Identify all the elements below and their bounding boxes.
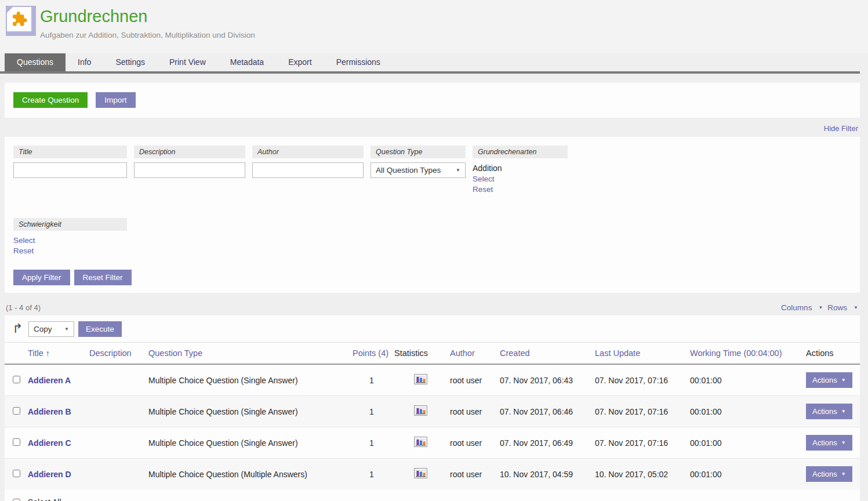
statistics-chart-icon[interactable] <box>414 374 427 384</box>
grundrechenarten-select-link[interactable]: Select <box>473 175 568 183</box>
chevron-down-icon: ▼ <box>456 168 460 173</box>
statistics-chart-icon[interactable] <box>414 405 427 416</box>
last-update-cell: 07. Nov 2017, 07:16 <box>595 396 690 427</box>
puzzle-icon <box>7 7 31 31</box>
filter-field-title: Title <box>13 146 127 194</box>
reset-filter-button[interactable]: Reset Filter <box>74 270 132 285</box>
header-created[interactable]: Created <box>500 343 595 365</box>
toolbar: Create Question Import <box>5 83 860 118</box>
header-title[interactable]: Title↑ <box>28 343 89 365</box>
tab-metadata[interactable]: Metadata <box>218 53 276 71</box>
create-question-button[interactable]: Create Question <box>13 92 88 108</box>
tab-permissions[interactable]: Permissions <box>324 53 393 71</box>
tab-info[interactable]: Info <box>66 53 103 71</box>
header-statistics-label: Statistics <box>394 348 428 358</box>
filter-description-input[interactable] <box>134 162 245 178</box>
header-description[interactable]: Description <box>89 343 148 365</box>
header-working-time[interactable]: Working Time (00:04:00) <box>690 343 806 365</box>
table-row: Addieren C Multiple Choice Question (Sin… <box>5 427 860 459</box>
tab-print-view[interactable]: Print View <box>157 53 218 71</box>
filter-panel: Title Description Author Question Type A… <box>5 137 860 293</box>
last-update-cell: 07. Nov 2017, 07:16 <box>595 427 690 459</box>
apply-to-top-icon: ↱ <box>12 322 28 335</box>
hide-filter-row: Hide Filter <box>5 124 858 133</box>
filter-description-label: Description <box>134 146 245 158</box>
tab-settings[interactable]: Settings <box>103 53 157 71</box>
statistics-chart-icon[interactable] <box>414 437 427 447</box>
header-last-update[interactable]: Last Update <box>595 343 690 365</box>
chevron-down-icon: ▼ <box>854 305 858 310</box>
select-all-row: Select All <box>5 489 860 501</box>
question-title-link[interactable]: Addieren B <box>28 407 71 416</box>
created-cell: 07. Nov 2017, 06:49 <box>500 427 595 459</box>
header-actions-label: Actions <box>806 348 834 358</box>
question-title-link[interactable]: Addieren D <box>28 470 71 479</box>
points-cell: 1 <box>353 459 394 490</box>
actions-button-label: Actions <box>812 438 837 447</box>
description-cell <box>89 396 148 427</box>
actions-button-label: Actions <box>812 407 837 416</box>
actions-button[interactable]: Actions▼ <box>806 435 852 451</box>
bulk-action-select-top[interactable]: Copy ▼ <box>28 321 74 337</box>
chevron-down-icon: ▼ <box>841 377 846 383</box>
select-all-checkbox[interactable] <box>13 499 20 501</box>
filter-field-question-type: Question Type All Question Types ▼ <box>371 146 466 194</box>
actions-button-label: Actions <box>812 470 837 478</box>
description-cell <box>89 427 148 459</box>
created-cell: 07. Nov 2017, 06:46 <box>500 396 595 427</box>
schwierigkeit-reset-link[interactable]: Reset <box>13 246 127 255</box>
filter-author-input[interactable] <box>252 162 364 178</box>
grundrechenarten-reset-link[interactable]: Reset <box>473 185 568 194</box>
header-checkbox-spacer <box>5 343 28 365</box>
tab-questions[interactable]: Questions <box>5 53 66 71</box>
filter-field-description: Description <box>134 146 245 194</box>
description-cell <box>89 459 148 490</box>
question-type-cell: Multiple Choice Question (Single Answer) <box>148 396 353 427</box>
header-points[interactable]: Points (4) <box>353 343 394 365</box>
schwierigkeit-select-link[interactable]: Select <box>13 236 127 245</box>
question-title-link[interactable]: Addieren C <box>28 438 71 448</box>
columns-menu[interactable]: Columns▼ <box>781 303 823 312</box>
question-type-select[interactable]: All Question Types ▼ <box>371 162 466 178</box>
row-checkbox[interactable] <box>13 470 20 477</box>
question-pool-icon <box>6 6 36 36</box>
header-statistics: Statistics <box>394 343 450 365</box>
filter-title-label: Title <box>13 146 127 158</box>
author-cell: root user <box>450 364 500 396</box>
actions-button[interactable]: Actions▼ <box>806 372 852 388</box>
created-cell: 10. Nov 2017, 04:59 <box>500 459 595 490</box>
actions-button[interactable]: Actions▼ <box>806 404 852 419</box>
execute-button-top[interactable]: Execute <box>78 321 122 337</box>
header-created-label: Created <box>500 348 530 358</box>
hide-filter-link[interactable]: Hide Filter <box>824 124 858 133</box>
import-button[interactable]: Import <box>96 92 135 108</box>
header-points-label: Points (4) <box>353 348 388 358</box>
question-title-link[interactable]: Addieren A <box>28 376 71 385</box>
working-time-cell: 00:01:00 <box>690 427 806 459</box>
header-title-link[interactable]: Title <box>28 348 43 358</box>
row-checkbox[interactable] <box>13 376 20 383</box>
statistics-chart-icon[interactable] <box>414 468 427 478</box>
header-question-type[interactable]: Question Type <box>148 343 353 365</box>
table-row: Addieren D Multiple Choice Question (Mul… <box>5 459 860 490</box>
table-row: Addieren A Multiple Choice Question (Sin… <box>5 364 860 396</box>
result-range-top: (1 - 4 of 4) <box>6 303 41 312</box>
filter-grundrechenarten-label: Grundrechenarten <box>473 146 568 158</box>
tab-export[interactable]: Export <box>276 53 324 71</box>
rows-menu[interactable]: Rows▼ <box>827 303 858 312</box>
row-checkbox[interactable] <box>13 407 20 415</box>
chevron-down-icon: ▼ <box>64 326 69 332</box>
bulk-action-row-top: ↱ Copy ▼ Execute <box>5 320 860 338</box>
question-type-cell: Multiple Choice Question (Multiple Answe… <box>148 459 353 490</box>
page-subtitle: Aufgaben zur Addition, Subtraktion, Mult… <box>40 31 255 39</box>
row-checkbox[interactable] <box>13 438 20 446</box>
actions-button[interactable]: Actions▼ <box>806 466 852 482</box>
question-type-cell: Multiple Choice Question (Single Answer) <box>148 427 353 459</box>
description-cell <box>89 364 148 396</box>
header-author[interactable]: Author <box>450 343 500 365</box>
author-cell: root user <box>450 396 500 427</box>
question-type-cell: Multiple Choice Question (Single Answer) <box>148 364 353 396</box>
last-update-cell: 10. Nov 2017, 05:02 <box>595 459 690 490</box>
apply-filter-button[interactable]: Apply Filter <box>13 270 70 285</box>
filter-title-input[interactable] <box>13 162 127 178</box>
